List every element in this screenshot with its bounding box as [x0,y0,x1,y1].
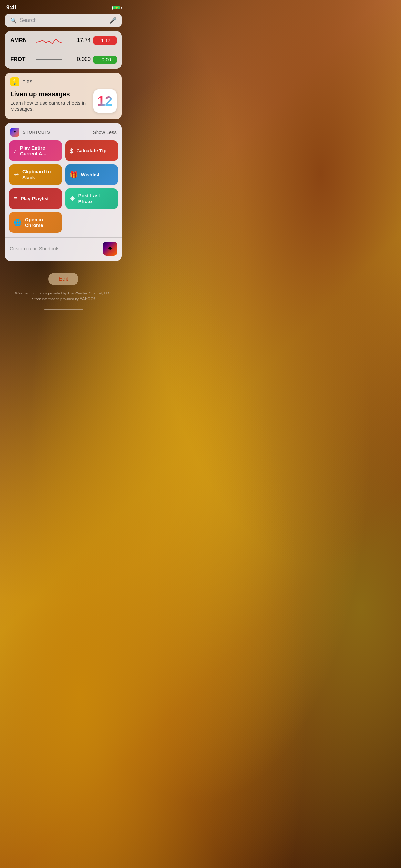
tips-text-area: Liven up messages Learn how to use camer… [10,90,89,113]
open-chrome-label: Open in Chrome [25,217,58,228]
play-playlist-icon: ≡ [13,195,18,203]
home-indicator [0,306,127,312]
weather-footer-text: information provided by The Weather Chan… [30,291,112,295]
calculate-tip-icon: $ [70,147,73,155]
play-entire-icon: ♪ [13,147,17,155]
search-icon: 🔍 [10,18,17,24]
stock-price-frot: 0.000 [65,56,91,63]
stock-chart-frot [33,55,65,64]
stock-change-amrn: -1.17 [93,36,117,44]
customize-label[interactable]: Customize in Shortcuts [10,246,59,251]
shortcut-wishlist[interactable]: 🎁 Wishlist [65,164,118,185]
edit-button[interactable]: Edit [49,273,79,285]
ios12-text: 12 [97,94,113,108]
stock-row-frot[interactable]: FROT 0.000 +0.00 [5,50,122,69]
clipboard-slack-label: Clipboard to Slack [22,169,58,181]
weather-footer-line: Weather information provided by The Weat… [6,290,120,297]
search-left: 🔍 Search [10,17,37,24]
wishlist-label: Wishlist [81,172,99,178]
battery-icon: ⚡ [112,6,120,10]
stock-link[interactable]: Stock [32,297,41,301]
shortcut-clipboard-slack[interactable]: ✳ Clipboard to Slack [9,164,62,185]
stock-chart-amrn [33,35,65,45]
shortcuts-header-left: ✦ SHORTCUTS [10,128,50,136]
clipboard-slack-icon: ✳ [13,171,19,179]
search-bar[interactable]: 🔍 Search 🎤 [5,13,122,27]
tips-bulb-icon: 💡 [10,77,19,86]
tips-widget[interactable]: 💡 TIPS Liven up messages Learn how to us… [5,73,122,119]
home-bar [44,309,83,310]
stock-footer-line: Stock information provided by YAHOO! [6,296,120,302]
stocks-widget: AMRN 17.74 -1.17 FROT 0.000 +0.00 [5,31,122,69]
tips-subtitle: Learn how to use camera effects in Messa… [10,100,89,113]
play-playlist-label: Play Playlist [21,196,49,202]
shortcuts-app-icon[interactable]: ✦ [103,242,117,256]
battery-bolt: ⚡ [115,6,118,9]
search-bar-container: 🔍 Search 🎤 [0,13,127,31]
shortcuts-footer: Customize in Shortcuts ✦ [5,242,122,256]
status-right: ⚡ [112,6,120,10]
wishlist-icon: 🎁 [70,171,78,179]
shortcut-open-chrome[interactable]: 🌐 Open in Chrome [9,212,62,233]
shortcuts-divider [5,237,122,238]
edit-section: Edit [0,265,127,290]
ios12-badge: 12 [93,89,117,113]
stock-change-frot: +0.00 [93,56,117,64]
shortcuts-header: ✦ SHORTCUTS Show Less [5,123,122,141]
stock-footer-text: information provided by [42,297,80,301]
tips-header: 💡 TIPS [5,73,122,89]
shortcut-calculate-tip[interactable]: $ Calculate Tip [65,141,118,161]
footer: Weather information provided by The Weat… [0,290,127,306]
tips-content: Liven up messages Learn how to use camer… [5,89,122,119]
show-less-button[interactable]: Show Less [93,129,117,135]
shortcuts-widget: ✦ SHORTCUTS Show Less ♪ Play Entire Curr… [5,123,122,261]
shortcuts-label: SHORTCUTS [23,130,50,135]
tips-title: Liven up messages [10,90,89,98]
shortcuts-app-icon-small: ✦ [10,128,19,136]
calculate-tip-label: Calculate Tip [76,148,106,154]
shortcuts-grid: ♪ Play Entire Current A... $ Calculate T… [5,141,122,233]
post-last-photo-label: Post Last Photo [79,193,114,205]
yahoo-brand: YAHOO! [80,297,95,301]
status-bar: 9:41 ⚡ [0,0,127,13]
weather-link[interactable]: Weather [15,291,28,295]
mic-icon[interactable]: 🎤 [110,17,117,24]
stock-ticker-amrn: AMRN [10,37,33,43]
search-placeholder: Search [19,17,37,24]
tips-label: TIPS [23,80,33,84]
shortcut-play-playlist[interactable]: ≡ Play Playlist [9,188,62,209]
stock-price-amrn: 17.74 [65,37,91,43]
shortcut-post-last-photo[interactable]: ✳ Post Last Photo [65,188,118,209]
post-last-photo-icon: ✳ [70,195,75,203]
status-time: 9:41 [6,4,17,11]
stock-row-amrn[interactable]: AMRN 17.74 -1.17 [5,31,122,50]
open-chrome-icon: 🌐 [13,219,22,226]
play-entire-label: Play Entire Current A... [20,145,58,157]
shortcut-play-entire[interactable]: ♪ Play Entire Current A... [9,141,62,161]
stock-ticker-frot: FROT [10,56,33,63]
